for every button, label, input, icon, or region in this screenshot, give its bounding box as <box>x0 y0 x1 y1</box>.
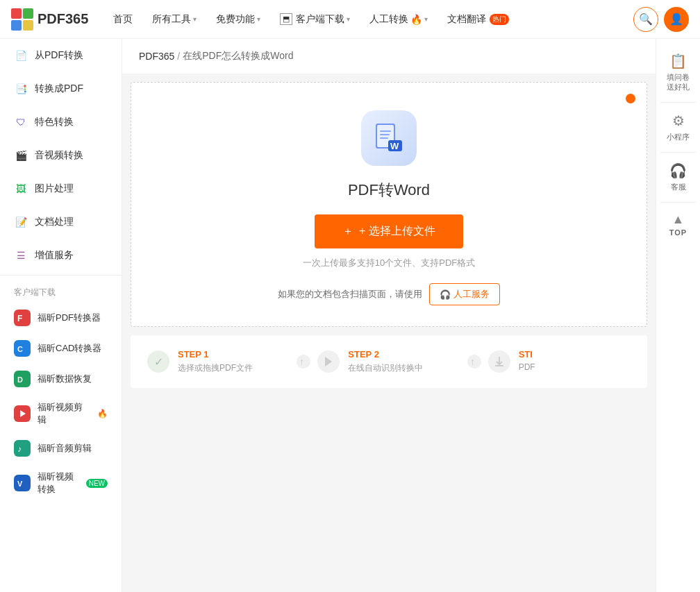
new-badge: NEW <box>86 479 108 488</box>
step-3-download-icon <box>488 350 510 373</box>
step-2-arrow-icon <box>317 350 340 373</box>
step-arrow-1: ↑ <box>290 350 317 373</box>
step-2-desc: 在线自动识别转换中 <box>348 362 460 374</box>
chevron-down-icon: ▾ <box>257 15 260 23</box>
foxit-video-convert-icon: V <box>14 475 31 491</box>
upload-button[interactable]: ＋ + 选择上传文件 <box>315 214 463 248</box>
right-panel-divider-3 <box>660 202 695 203</box>
foxit-video-edit-icon <box>14 405 31 422</box>
svg-text:C: C <box>17 345 23 353</box>
survey-icon: 📋 <box>669 53 687 69</box>
sidebar-item-av-convert[interactable]: 🎬 音视频转换 <box>0 139 122 172</box>
svg-rect-15 <box>380 134 390 135</box>
nav-right-actions: 🔍 👤 <box>633 7 689 32</box>
right-panel-customer-service[interactable]: 🎧 客服 <box>656 155 700 199</box>
step-2-label: STEP 2 <box>348 349 460 360</box>
right-panel-divider-2 <box>660 152 695 153</box>
human-service-button[interactable]: 🎧 人工服务 <box>429 283 500 305</box>
download-icon: ⬒ <box>280 13 292 25</box>
breadcrumb: PDF365 / 在线PDF怎么转换成Word <box>122 39 656 74</box>
content-area: PDF365 / 在线PDF怎么转换成Word W <box>122 39 656 592</box>
av-convert-icon: 🎬 <box>14 149 28 162</box>
svg-text:↑: ↑ <box>299 356 304 367</box>
step-1-check-icon: ✓ <box>147 350 169 373</box>
sidebar-foxit-cad[interactable]: C 福昕CAD转换器 <box>0 333 122 364</box>
breadcrumb-current: 在线PDF怎么转换成Word <box>183 50 293 62</box>
top-label: TOP <box>669 228 687 237</box>
nav-home[interactable]: 首页 <box>105 0 141 39</box>
sidebar-item-to-pdf[interactable]: 📑 转换成PDF <box>0 72 122 105</box>
svg-text:♪: ♪ <box>17 444 22 454</box>
sidebar-section-client: 客户端下载 <box>0 278 122 303</box>
sidebar-foxit-video-edit[interactable]: 福昕视频剪辑 🔥 <box>0 394 122 433</box>
image-icon: 🖼 <box>14 182 28 196</box>
logo-grid-icon <box>11 8 33 31</box>
miniprogram-icon: ⚙ <box>672 112 685 129</box>
search-button[interactable]: 🔍 <box>633 7 658 32</box>
step-3-label: STI <box>519 349 631 360</box>
from-pdf-icon: 📄 <box>14 49 28 62</box>
top-arrow-icon: ▲ <box>672 212 685 227</box>
pdf-word-icon: W <box>372 121 406 155</box>
svg-text:F: F <box>17 314 22 323</box>
sidebar-divider <box>0 275 122 276</box>
logo[interactable]: PDF365 <box>11 8 88 31</box>
step-arrow-2: ↑ <box>460 350 488 373</box>
sidebar-item-from-pdf[interactable]: 📄 从PDF转换 <box>0 39 122 72</box>
sidebar-foxit-pdf[interactable]: F 福昕PDF转换器 <box>0 303 122 333</box>
sidebar-foxit-recovery[interactable]: D 福昕数据恢复 <box>0 364 122 394</box>
sidebar-item-image[interactable]: 🖼 图片处理 <box>0 172 122 205</box>
svg-text:D: D <box>17 375 23 384</box>
nav-items: 首页 所有工具 ▾ 免费功能 ▾ ⬒ 客户端下载 ▾ 人工转换 🔥 ▾ 文档翻译… <box>105 0 633 39</box>
customer-service-icon: 🎧 <box>669 162 687 179</box>
fire-icon: 🔥 <box>410 14 422 25</box>
right-panel-survey[interactable]: 📋 填问卷送好礼 <box>656 46 700 99</box>
sidebar-item-value-added[interactable]: ☰ 增值服务 <box>0 239 122 272</box>
sidebar-foxit-audio-edit[interactable]: ♪ 福昕音频剪辑 <box>0 433 122 464</box>
notification-dot <box>626 94 635 103</box>
value-added-icon: ☰ <box>14 248 28 262</box>
svg-text:↑: ↑ <box>470 356 475 367</box>
nav-free-features[interactable]: 免费功能 ▾ <box>208 0 269 39</box>
svg-rect-16 <box>380 137 388 139</box>
breadcrumb-home[interactable]: PDF365 <box>139 51 174 62</box>
upload-hint: 一次上传最多支持10个文件、支持PDF格式 <box>303 257 475 269</box>
tool-title: PDF转Word <box>348 180 430 201</box>
user-avatar-button[interactable]: 👤 <box>664 7 689 32</box>
chevron-down-icon: ▾ <box>193 15 197 23</box>
sidebar-foxit-video-convert[interactable]: V 福昕视频转换 NEW <box>0 464 122 502</box>
human-service-row: 如果您的文档包含扫描页面，请使用 🎧 人工服务 <box>278 283 500 305</box>
foxit-pdf-icon: F <box>14 310 31 326</box>
tool-icon: W <box>361 110 417 166</box>
svg-text:V: V <box>17 480 23 488</box>
nav-doc-translate[interactable]: 文档翻译 热门 <box>439 0 517 39</box>
step-1-label: STEP 1 <box>178 349 290 360</box>
to-pdf-icon: 📑 <box>14 82 28 96</box>
nav-client-download[interactable]: ⬒ 客户端下载 ▾ <box>272 0 358 39</box>
foxit-cad-icon: C <box>14 340 31 357</box>
steps-bar: ✓ STEP 1 选择或拖拽PDF文件 ↑ STEP 2 在线自动识别转换中 <box>131 335 647 388</box>
svg-text:W: W <box>390 141 399 151</box>
step-1: ✓ STEP 1 选择或拖拽PDF文件 <box>147 349 290 374</box>
human-service-hint: 如果您的文档包含扫描页面，请使用 <box>278 288 422 301</box>
step-3: STI PDF <box>488 349 631 373</box>
scroll-to-top-button[interactable]: ▲ TOP <box>667 205 690 244</box>
svg-rect-14 <box>380 130 391 132</box>
sidebar-item-doc[interactable]: 📝 文档处理 <box>0 205 122 239</box>
step-3-desc: PDF <box>519 362 631 372</box>
upload-plus-icon: ＋ <box>342 224 353 239</box>
hot-badge: 热门 <box>490 14 509 25</box>
nav-human-convert[interactable]: 人工转换 🔥 ▾ <box>361 0 436 39</box>
headset-icon: 🎧 <box>440 289 451 300</box>
sidebar-item-special-convert[interactable]: 🛡 特色转换 <box>0 105 122 139</box>
nav-all-tools[interactable]: 所有工具 ▾ <box>144 0 205 39</box>
logo-text: PDF365 <box>38 11 88 27</box>
fire-badge-icon: 🔥 <box>97 409 108 418</box>
svg-marker-21 <box>325 357 332 366</box>
upload-card: W PDF转Word ＋ + 选择上传文件 一次上传最多支持10个文件、支持PD… <box>131 82 647 327</box>
breadcrumb-sep: / <box>177 51 180 62</box>
foxit-recovery-icon: D <box>14 371 31 387</box>
chevron-down-icon: ▾ <box>424 15 428 23</box>
right-panel-miniprogram[interactable]: ⚙ 小程序 <box>656 105 700 149</box>
chevron-down-icon: ▾ <box>347 15 350 23</box>
